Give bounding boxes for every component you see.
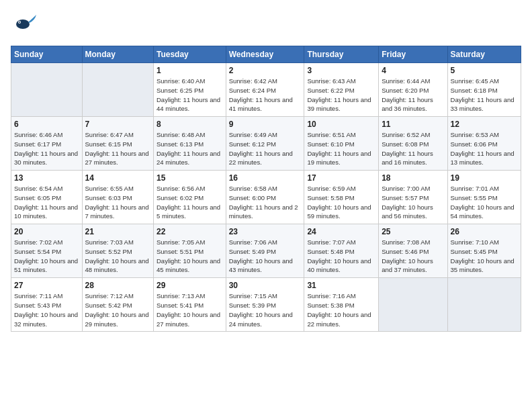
calendar-cell: 6Sunrise: 6:46 AM Sunset: 6:17 PM Daylig… bbox=[11, 117, 83, 171]
calendar-cell bbox=[82, 63, 153, 117]
day-info: Sunrise: 7:07 AM Sunset: 5:48 PM Dayligh… bbox=[307, 238, 375, 275]
day-header-monday: Monday bbox=[82, 46, 153, 63]
calendar-cell: 29Sunrise: 7:13 AM Sunset: 5:41 PM Dayli… bbox=[154, 278, 226, 332]
calendar-cell: 22Sunrise: 7:05 AM Sunset: 5:51 PM Dayli… bbox=[154, 224, 226, 278]
day-header-wednesday: Wednesday bbox=[226, 46, 304, 63]
calendar-cell: 1Sunrise: 6:40 AM Sunset: 6:25 PM Daylig… bbox=[154, 63, 226, 117]
day-number: 22 bbox=[157, 227, 223, 236]
day-header-saturday: Saturday bbox=[447, 46, 521, 63]
day-header-tuesday: Tuesday bbox=[154, 46, 226, 63]
day-info: Sunrise: 7:08 AM Sunset: 5:46 PM Dayligh… bbox=[382, 238, 444, 275]
day-number: 28 bbox=[85, 281, 150, 290]
day-info: Sunrise: 6:49 AM Sunset: 6:12 PM Dayligh… bbox=[229, 130, 302, 167]
day-info: Sunrise: 6:44 AM Sunset: 6:20 PM Dayligh… bbox=[382, 77, 444, 113]
calendar-cell: 21Sunrise: 7:03 AM Sunset: 5:52 PM Dayli… bbox=[82, 224, 153, 278]
day-number: 12 bbox=[451, 120, 518, 129]
calendar-cell: 16Sunrise: 6:58 AM Sunset: 6:00 PM Dayli… bbox=[226, 171, 304, 224]
day-number: 17 bbox=[307, 173, 375, 183]
day-number: 10 bbox=[307, 120, 375, 129]
calendar-cell: 26Sunrise: 7:10 AM Sunset: 5:45 PM Dayli… bbox=[447, 224, 521, 278]
day-number: 13 bbox=[14, 173, 79, 183]
calendar-cell: 28Sunrise: 7:12 AM Sunset: 5:42 PM Dayli… bbox=[82, 278, 153, 332]
day-number: 29 bbox=[157, 281, 223, 290]
day-info: Sunrise: 7:15 AM Sunset: 5:39 PM Dayligh… bbox=[229, 291, 302, 328]
day-number: 3 bbox=[307, 66, 375, 75]
calendar-cell bbox=[11, 63, 83, 117]
calendar-cell: 23Sunrise: 7:06 AM Sunset: 5:49 PM Dayli… bbox=[226, 224, 304, 278]
day-number: 26 bbox=[451, 227, 518, 236]
day-number: 19 bbox=[451, 173, 518, 183]
day-number: 30 bbox=[229, 281, 302, 290]
day-number: 27 bbox=[14, 281, 79, 290]
day-info: Sunrise: 6:58 AM Sunset: 6:00 PM Dayligh… bbox=[229, 184, 302, 221]
day-info: Sunrise: 6:54 AM Sunset: 6:05 PM Dayligh… bbox=[14, 184, 79, 221]
day-info: Sunrise: 6:40 AM Sunset: 6:25 PM Dayligh… bbox=[157, 77, 223, 113]
day-number: 16 bbox=[229, 173, 302, 183]
day-info: Sunrise: 6:46 AM Sunset: 6:17 PM Dayligh… bbox=[14, 130, 79, 167]
calendar-cell: 18Sunrise: 7:00 AM Sunset: 5:57 PM Dayli… bbox=[379, 171, 447, 224]
calendar-cell bbox=[379, 278, 447, 332]
calendar-cell: 8Sunrise: 6:48 AM Sunset: 6:13 PM Daylig… bbox=[154, 117, 226, 171]
day-info: Sunrise: 6:43 AM Sunset: 6:22 PM Dayligh… bbox=[307, 77, 375, 113]
day-info: Sunrise: 7:10 AM Sunset: 5:45 PM Dayligh… bbox=[451, 238, 518, 275]
day-header-sunday: Sunday bbox=[11, 46, 83, 63]
day-info: Sunrise: 6:48 AM Sunset: 6:13 PM Dayligh… bbox=[157, 130, 223, 167]
day-number: 14 bbox=[85, 173, 150, 183]
day-number: 31 bbox=[307, 281, 375, 290]
day-info: Sunrise: 6:45 AM Sunset: 6:18 PM Dayligh… bbox=[451, 77, 518, 113]
day-info: Sunrise: 7:03 AM Sunset: 5:52 PM Dayligh… bbox=[85, 238, 150, 275]
calendar-cell: 4Sunrise: 6:44 AM Sunset: 6:20 PM Daylig… bbox=[379, 63, 447, 117]
calendar-cell: 20Sunrise: 7:02 AM Sunset: 5:54 PM Dayli… bbox=[11, 224, 83, 278]
day-header-friday: Friday bbox=[379, 46, 447, 63]
day-number: 2 bbox=[229, 66, 302, 75]
day-info: Sunrise: 6:56 AM Sunset: 6:02 PM Dayligh… bbox=[157, 184, 223, 221]
calendar-cell: 14Sunrise: 6:55 AM Sunset: 6:03 PM Dayli… bbox=[82, 171, 153, 224]
day-number: 23 bbox=[229, 227, 302, 236]
day-number: 11 bbox=[382, 120, 444, 129]
calendar-cell: 9Sunrise: 6:49 AM Sunset: 6:12 PM Daylig… bbox=[226, 117, 304, 171]
day-number: 4 bbox=[382, 66, 444, 75]
calendar-cell: 30Sunrise: 7:15 AM Sunset: 5:39 PM Dayli… bbox=[226, 278, 304, 332]
day-number: 7 bbox=[85, 120, 150, 129]
calendar-table: SundayMondayTuesdayWednesdayThursdayFrid… bbox=[11, 46, 521, 332]
day-number: 8 bbox=[157, 120, 223, 129]
day-info: Sunrise: 7:13 AM Sunset: 5:41 PM Dayligh… bbox=[157, 291, 223, 328]
day-info: Sunrise: 6:51 AM Sunset: 6:10 PM Dayligh… bbox=[307, 130, 375, 167]
calendar-cell: 24Sunrise: 7:07 AM Sunset: 5:48 PM Dayli… bbox=[304, 224, 379, 278]
day-number: 20 bbox=[14, 227, 79, 236]
day-info: Sunrise: 7:06 AM Sunset: 5:49 PM Dayligh… bbox=[229, 238, 302, 275]
calendar-cell: 11Sunrise: 6:52 AM Sunset: 6:08 PM Dayli… bbox=[379, 117, 447, 171]
day-info: Sunrise: 7:16 AM Sunset: 5:38 PM Dayligh… bbox=[307, 291, 375, 328]
calendar-cell: 17Sunrise: 6:59 AM Sunset: 5:58 PM Dayli… bbox=[304, 171, 379, 224]
day-number: 5 bbox=[451, 66, 518, 75]
calendar-cell: 12Sunrise: 6:53 AM Sunset: 6:06 PM Dayli… bbox=[447, 117, 521, 171]
svg-point-2 bbox=[19, 21, 20, 23]
day-info: Sunrise: 6:47 AM Sunset: 6:15 PM Dayligh… bbox=[85, 130, 150, 167]
svg-point-0 bbox=[16, 19, 30, 29]
calendar-cell: 19Sunrise: 7:01 AM Sunset: 5:55 PM Dayli… bbox=[447, 171, 521, 224]
day-number: 1 bbox=[157, 66, 223, 75]
day-number: 9 bbox=[229, 120, 302, 129]
day-info: Sunrise: 6:42 AM Sunset: 6:24 PM Dayligh… bbox=[229, 77, 302, 113]
calendar-cell: 27Sunrise: 7:11 AM Sunset: 5:43 PM Dayli… bbox=[11, 278, 83, 332]
day-info: Sunrise: 7:02 AM Sunset: 5:54 PM Dayligh… bbox=[14, 238, 79, 275]
logo-icon bbox=[11, 11, 38, 38]
calendar-cell: 5Sunrise: 6:45 AM Sunset: 6:18 PM Daylig… bbox=[447, 63, 521, 117]
day-info: Sunrise: 7:01 AM Sunset: 5:55 PM Dayligh… bbox=[451, 184, 518, 221]
logo bbox=[11, 11, 40, 38]
calendar-cell: 7Sunrise: 6:47 AM Sunset: 6:15 PM Daylig… bbox=[82, 117, 153, 171]
day-number: 25 bbox=[382, 227, 444, 236]
calendar-cell: 10Sunrise: 6:51 AM Sunset: 6:10 PM Dayli… bbox=[304, 117, 379, 171]
day-info: Sunrise: 6:55 AM Sunset: 6:03 PM Dayligh… bbox=[85, 184, 150, 221]
calendar-cell: 13Sunrise: 6:54 AM Sunset: 6:05 PM Dayli… bbox=[11, 171, 83, 224]
page-header bbox=[11, 11, 521, 38]
calendar-cell: 15Sunrise: 6:56 AM Sunset: 6:02 PM Dayli… bbox=[154, 171, 226, 224]
day-info: Sunrise: 7:05 AM Sunset: 5:51 PM Dayligh… bbox=[157, 238, 223, 275]
day-number: 18 bbox=[382, 173, 444, 183]
day-number: 6 bbox=[14, 120, 79, 129]
calendar-cell: 25Sunrise: 7:08 AM Sunset: 5:46 PM Dayli… bbox=[379, 224, 447, 278]
day-number: 21 bbox=[85, 227, 150, 236]
calendar-cell: 2Sunrise: 6:42 AM Sunset: 6:24 PM Daylig… bbox=[226, 63, 304, 117]
day-info: Sunrise: 6:53 AM Sunset: 6:06 PM Dayligh… bbox=[451, 130, 518, 167]
day-number: 15 bbox=[157, 173, 223, 183]
